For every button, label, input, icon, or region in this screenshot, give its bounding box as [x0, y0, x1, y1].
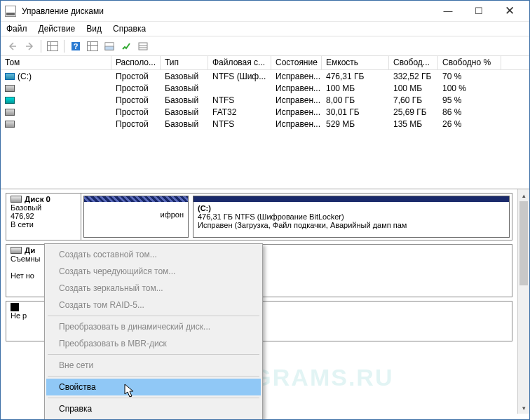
toolbar: ? [1, 36, 529, 56]
menu-file[interactable]: Файл [6, 24, 27, 34]
disk-icon [11, 247, 22, 254]
volume-row[interactable]: ПростойБазовыйИсправен...100 МБ100 МБ100… [1, 82, 529, 94]
help-button[interactable]: ? [68, 39, 83, 54]
menu-view[interactable]: Вид [86, 24, 102, 34]
volume-header: Том Располо... Тип Файловая с... Состоян… [1, 56, 529, 70]
disk-0-partition-2[interactable]: (C:) 476,31 ГБ NTFS (Шифрование BitLocke… [193, 196, 510, 238]
list-button[interactable] [135, 39, 151, 54]
volume-row[interactable]: ПростойБазовыйNTFSИсправен...529 МБ135 М… [1, 118, 529, 130]
menu-convert-mbr[interactable]: Преобразовать в MBR-диск [46, 335, 261, 352]
titlebar: Управление дисками — ☐ ✕ [1, 1, 529, 22]
col-volume[interactable]: Том [1, 56, 111, 69]
close-button[interactable]: ✕ [494, 1, 525, 22]
forward-button[interactable] [22, 39, 37, 54]
app-icon [5, 6, 16, 17]
view-bottom-button[interactable] [102, 39, 117, 54]
col-percent[interactable]: Свободно % [438, 56, 501, 69]
maximize-button[interactable]: ☐ [463, 1, 494, 22]
scroll-up-icon[interactable]: ▴ [518, 189, 529, 201]
menu-convert-dynamic[interactable]: Преобразовать в динамический диск... [46, 318, 261, 335]
disk-0-label: Диск 0 Базовый 476,92 В сети [6, 194, 81, 240]
svg-text:?: ? [74, 42, 79, 50]
volume-row[interactable]: (C:)ПростойБазовыйNTFS (Шиф...Исправен..… [1, 70, 529, 82]
menu-mirrored-volume[interactable]: Создать зеркальный том... [46, 280, 261, 297]
scroll-thumb[interactable] [519, 201, 528, 285]
volume-icon [5, 85, 15, 92]
svg-rect-3 [105, 46, 114, 50]
show-table-button[interactable] [45, 39, 60, 54]
col-capacity[interactable]: Емкость [322, 56, 389, 69]
menu-properties[interactable]: Свойства [46, 379, 261, 395]
col-free[interactable]: Свобод... [389, 56, 438, 69]
context-menu: Создать составной том... Создать чередую… [44, 243, 263, 420]
volume-icon [5, 97, 15, 104]
menu-offline[interactable]: Вне сети [46, 357, 261, 374]
window-title: Управление дисками [22, 6, 433, 16]
menu-help[interactable]: Справка [113, 24, 146, 34]
minimize-button[interactable]: — [433, 1, 463, 22]
disk-0-partition-1[interactable]: ифрон [83, 196, 189, 238]
volume-row[interactable]: ПростойБазовыйFAT32Исправен...30,01 ГБ25… [1, 106, 529, 118]
col-type[interactable]: Тип [161, 56, 208, 69]
disk-icon [11, 196, 22, 203]
col-layout[interactable]: Располо... [111, 56, 161, 69]
vertical-scrollbar[interactable]: ▴ ▾ [517, 189, 529, 414]
back-button[interactable] [5, 39, 20, 54]
menubar: Файл Действие Вид Справка [1, 22, 529, 36]
scroll-down-icon[interactable]: ▾ [518, 402, 529, 414]
svg-rect-4 [139, 43, 147, 50]
settings-button[interactable] [118, 39, 134, 54]
menu-spanned-volume[interactable]: Создать составной том... [46, 246, 261, 263]
volume-row[interactable]: ПростойБазовыйNTFSИсправен...8,00 ГБ7,60… [1, 94, 529, 106]
menu-striped-volume[interactable]: Создать чередующийся том... [46, 263, 261, 280]
menu-raid5-volume[interactable]: Создать том RAID-5... [46, 297, 261, 313]
volume-icon [5, 121, 15, 128]
menu-action[interactable]: Действие [39, 24, 76, 34]
disk-0-row[interactable]: Диск 0 Базовый 476,92 В сети ифрон (C:) … [6, 193, 512, 241]
view-top-button[interactable] [85, 39, 100, 54]
menu-help[interactable]: Справка [46, 400, 261, 417]
volume-icon [5, 73, 15, 80]
col-status[interactable]: Состояние [271, 56, 322, 69]
disk-offline-icon [11, 303, 19, 311]
volume-list: Том Располо... Тип Файловая с... Состоян… [1, 56, 529, 189]
volume-icon [5, 109, 15, 116]
col-filesystem[interactable]: Файловая с... [208, 56, 271, 69]
